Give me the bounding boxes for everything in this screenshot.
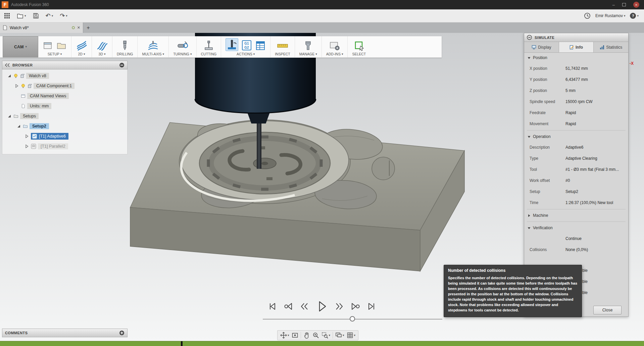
browser-header[interactable]: BROWSER <box>2 61 128 69</box>
tool-library-button[interactable] <box>303 40 313 51</box>
expander-open-icon[interactable] <box>7 73 12 78</box>
tree-item-setup2[interactable]: Setup2 <box>2 121 127 131</box>
close-window-button[interactable]: ✕ <box>633 2 639 8</box>
user-account-button[interactable]: Emir Rustamov ▾ <box>595 13 626 18</box>
minimize-button[interactable]: – <box>612 3 615 7</box>
expand-comments-icon[interactable] <box>119 330 125 336</box>
ribbon-group-label[interactable]: 3D <box>99 52 103 56</box>
new-setup-button[interactable] <box>43 40 53 51</box>
expander-closed-icon[interactable] <box>24 134 29 139</box>
tab-info[interactable]: Info <box>559 42 594 52</box>
section-position[interactable]: Position <box>524 53 628 63</box>
close-tab-button[interactable]: ✕ <box>77 26 80 30</box>
job-status-button[interactable] <box>584 12 591 19</box>
timeline-slider-handle[interactable] <box>350 316 355 322</box>
ribbon-group-label[interactable]: SELECT <box>352 52 366 56</box>
turning-button[interactable] <box>177 40 188 51</box>
redo-button[interactable]: ↷ ▾ <box>60 13 67 19</box>
section-machine[interactable]: Machine <box>524 210 628 220</box>
visibility-bulb-icon[interactable] <box>13 73 18 78</box>
tree-item-cam-component[interactable]: CAM Component:1 <box>2 81 127 91</box>
measure-button[interactable] <box>277 40 288 51</box>
pan-button[interactable] <box>303 332 310 339</box>
adaptive-operation-icon <box>32 134 37 139</box>
previous-operation-button[interactable] <box>283 301 294 312</box>
tree-item-units[interactable]: Units: mm <box>2 101 127 111</box>
ribbon-group-label[interactable]: ADD-INS <box>326 52 341 56</box>
collapse-dialog-icon[interactable] <box>527 35 532 40</box>
info-tab-icon <box>569 45 574 50</box>
app-title: Autodesk Fusion 360 <box>11 2 49 7</box>
workspace-switcher[interactable]: CAM ▾ <box>3 36 38 57</box>
ribbon-group-label[interactable]: INSPECT <box>275 52 290 56</box>
multi-axis-button[interactable] <box>147 40 159 51</box>
simulate-button[interactable] <box>226 38 238 51</box>
selected-operation[interactable]: [T1] Adaptive6 <box>31 133 68 140</box>
zoom-button[interactable] <box>312 332 319 339</box>
orbit-button[interactable]: ▾ <box>280 332 289 339</box>
expander-closed-icon[interactable] <box>14 84 19 88</box>
ribbon-group-label[interactable]: DRILLING <box>117 52 133 56</box>
visibility-bulb-icon[interactable] <box>21 84 26 88</box>
ribbon-group-add-ins: ADD-INS▾ <box>321 36 348 57</box>
tree-item-parallel2[interactable]: [T1] Parallel2 <box>2 141 127 151</box>
next-operation-button[interactable] <box>349 301 361 312</box>
ribbon-group-label[interactable]: CUTTING <box>201 52 217 56</box>
ribbon-group-label[interactable]: 2D <box>78 52 83 56</box>
divider <box>527 130 626 131</box>
ribbon-group-label[interactable]: SETUP <box>48 52 59 56</box>
help-button[interactable]: ? ▾ <box>630 13 639 19</box>
section-operation[interactable]: Operation <box>524 132 628 142</box>
zoom-window-button[interactable]: ▾ <box>321 332 331 339</box>
step-back-button[interactable] <box>299 301 310 312</box>
maximize-button[interactable] <box>622 3 626 6</box>
tree-item-adaptive6[interactable]: [T1] Adaptive6 <box>2 131 127 141</box>
new-folder-button[interactable] <box>56 40 67 51</box>
expander-open-icon[interactable] <box>7 114 12 118</box>
ribbon-group-label[interactable]: MANAGE <box>299 52 315 56</box>
tab-statistics[interactable]: Statistics <box>594 42 628 52</box>
look-at-button[interactable] <box>292 332 298 339</box>
scripts-addins-button[interactable] <box>329 40 340 51</box>
statistics-tab-icon <box>600 45 604 49</box>
chevron-down-icon: ▾ <box>343 334 344 337</box>
tree-item-cam-named-views[interactable]: CAM Named Views <box>2 91 127 101</box>
new-tab-button[interactable]: + <box>83 22 93 33</box>
tab-display[interactable]: Display <box>524 42 559 52</box>
tree-item-label: CAM Component:1 <box>34 83 75 89</box>
step-forward-button[interactable] <box>333 301 345 312</box>
3d-milling-button[interactable] <box>96 40 108 51</box>
skip-to-start-button[interactable] <box>267 301 278 312</box>
expander-closed-icon[interactable] <box>24 144 29 149</box>
ribbon-group-label[interactable]: ACTIONS <box>237 52 252 56</box>
simulate-dialog-header[interactable]: SIMULATE <box>524 33 628 42</box>
ribbon-group-label[interactable]: MULTI-AXIS <box>142 52 161 56</box>
ribbon-group-label[interactable]: TURNING <box>173 52 189 56</box>
tree-item-watch-v8[interactable]: Watch v8 <box>2 71 127 81</box>
skip-to-end-button[interactable] <box>365 301 377 312</box>
app-grid-menu-button[interactable] <box>4 13 10 19</box>
display-settings-button[interactable]: ▾ <box>335 332 344 339</box>
cutting-button[interactable] <box>204 40 214 51</box>
post-process-button[interactable]: G1 G2 <box>241 40 252 51</box>
drilling-button[interactable] <box>120 40 130 51</box>
save-button[interactable] <box>33 13 39 19</box>
comments-header[interactable]: COMMENTS <box>2 329 128 337</box>
undo-button[interactable]: ↶ ▾ <box>46 13 53 19</box>
grid-display-button[interactable]: ▾ <box>347 332 356 339</box>
close-dialog-button[interactable]: Close <box>593 306 622 314</box>
play-button[interactable] <box>315 300 329 313</box>
simulation-progress-bar[interactable] <box>0 341 644 346</box>
document-tab[interactable]: Watch v8* ✕ <box>0 22 83 33</box>
select-button[interactable] <box>354 40 364 51</box>
setup-sheet-button[interactable] <box>255 40 266 51</box>
expander-open-icon[interactable] <box>16 124 21 129</box>
2d-milling-button[interactable] <box>76 40 87 51</box>
file-menu-button[interactable]: ▾ <box>17 13 26 19</box>
section-verification[interactable]: Verification <box>524 223 628 233</box>
tree-item-setups[interactable]: Setups <box>2 111 127 121</box>
collapse-panel-icon[interactable] <box>5 63 10 67</box>
minimize-panel-icon[interactable] <box>119 62 125 68</box>
sync-status-icon <box>72 26 75 29</box>
chevron-down-icon: ▾ <box>329 334 331 337</box>
